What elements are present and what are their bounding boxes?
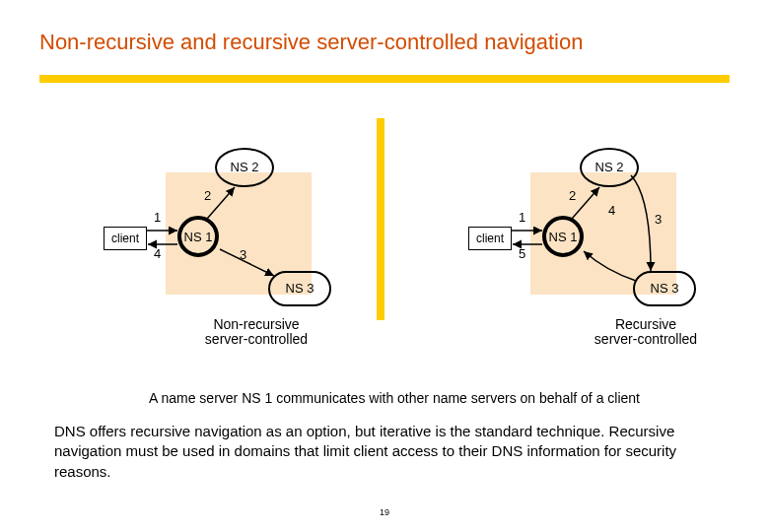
page-number: 19 xyxy=(0,507,769,517)
left-ns1-node: NS 1 xyxy=(177,216,219,257)
right-ns3-node: NS 3 xyxy=(633,271,696,306)
left-ns2-node: NS 2 xyxy=(215,148,274,187)
slide: Non-recursive and recursive server-contr… xyxy=(0,0,769,532)
body-paragraph: DNS offers recursive navigation as an op… xyxy=(54,422,725,482)
left-label-4: 4 xyxy=(154,246,161,261)
left-ns3-node: NS 3 xyxy=(268,271,331,306)
vertical-divider xyxy=(377,118,384,320)
right-client-node: client xyxy=(468,227,512,250)
left-label-1: 1 xyxy=(154,210,161,225)
right-caption: Recursive server-controlled xyxy=(572,317,720,348)
left-label-3: 3 xyxy=(240,247,246,262)
diagram-subtitle: A name server NS 1 communicates with oth… xyxy=(39,390,749,406)
right-label-2: 2 xyxy=(569,188,576,203)
right-label-4: 4 xyxy=(608,203,615,218)
title-underline xyxy=(39,75,730,83)
right-label-1: 1 xyxy=(519,210,525,225)
right-ns2-node: NS 2 xyxy=(580,148,639,187)
left-client-node: client xyxy=(104,227,147,250)
slide-title: Non-recursive and recursive server-contr… xyxy=(39,30,583,55)
left-caption: Non-recursive server-controlled xyxy=(182,317,330,348)
right-ns1-node: NS 1 xyxy=(542,216,584,257)
right-label-5: 5 xyxy=(519,246,525,261)
left-label-2: 2 xyxy=(204,188,211,203)
right-label-3: 3 xyxy=(655,212,662,227)
